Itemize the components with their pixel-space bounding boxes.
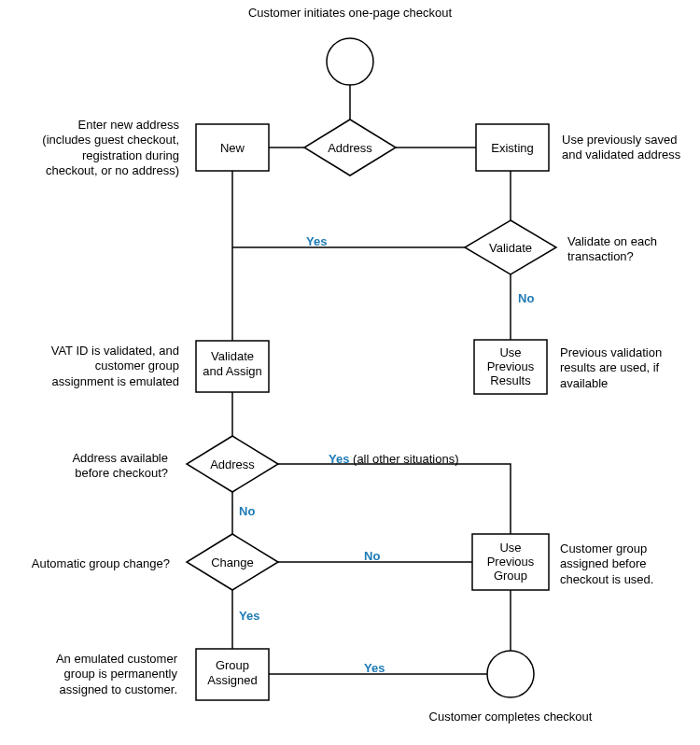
caption-change: Automatic group change? bbox=[21, 556, 170, 571]
validate-assign-box: Validate and Assign bbox=[196, 341, 269, 392]
group-assigned-box: Group Assigned bbox=[196, 649, 269, 700]
caption-ga: An emulated customergroup is permanently… bbox=[37, 652, 177, 697]
validate-label: Validate bbox=[489, 241, 532, 255]
start-node bbox=[327, 38, 373, 85]
ga-label-2: Assigned bbox=[207, 673, 257, 687]
edge-validate-no: No bbox=[518, 291, 534, 306]
address-decision-1: Address bbox=[304, 119, 396, 176]
caption-address2: Address availablebefore checkout? bbox=[37, 451, 168, 482]
caption-validate-assign: VAT ID is validated, andcustomer groupas… bbox=[21, 344, 179, 389]
ga-label-1: Group bbox=[216, 658, 249, 672]
upg-label-3: Group bbox=[494, 569, 527, 583]
validate-assign-label-2: and Assign bbox=[203, 364, 262, 378]
upr-label-2: Previous bbox=[487, 359, 535, 373]
upr-label-1: Use bbox=[499, 345, 521, 359]
edge-address2-yes-extra: (all other situations) bbox=[353, 452, 458, 466]
flowchart-canvas: Address New Existing Validate Validate a… bbox=[0, 0, 700, 745]
edge-change-no: No bbox=[364, 549, 380, 564]
diagram-title: Customer initiates one-page checkout bbox=[233, 6, 467, 21]
caption-new: Enter new address(includes guest checkou… bbox=[21, 118, 179, 178]
caption-validate: Validate on eachtransaction? bbox=[567, 234, 689, 265]
edge-validate-yes: Yes bbox=[306, 234, 327, 249]
validate-assign-label-1: Validate bbox=[211, 349, 254, 363]
caption-upr: Previous validationresults are used, ifa… bbox=[560, 345, 691, 391]
validate-decision: Validate bbox=[465, 220, 556, 274]
caption-end: Customer completes checkout bbox=[417, 710, 604, 724]
address-decision-2: Address bbox=[187, 436, 278, 492]
edge-address2-no: No bbox=[239, 504, 255, 519]
edge-group-assigned-yes: Yes bbox=[364, 661, 385, 676]
edge-address2-yes: Yes bbox=[329, 452, 349, 466]
caption-existing: Use previously savedand validated addres… bbox=[562, 133, 693, 163]
address2-label: Address bbox=[210, 457, 255, 471]
change-decision: Change bbox=[187, 534, 278, 590]
address1-label: Address bbox=[328, 141, 372, 155]
upg-label-1: Use bbox=[499, 541, 521, 555]
upg-label-2: Previous bbox=[487, 555, 535, 569]
use-prev-group-box: Use Previous Group bbox=[472, 534, 549, 590]
existing-box: Existing bbox=[476, 124, 549, 171]
edge-change-yes: Yes bbox=[239, 609, 259, 624]
new-box: New bbox=[196, 124, 269, 171]
upr-label-3: Results bbox=[490, 373, 531, 387]
existing-label: Existing bbox=[491, 141, 534, 155]
change-label: Change bbox=[211, 555, 254, 569]
use-prev-results-box: Use Previous Results bbox=[474, 340, 547, 394]
caption-upg: Customer groupassigned beforecheckout is… bbox=[560, 541, 691, 587]
new-label: New bbox=[220, 141, 245, 155]
end-node bbox=[487, 651, 534, 697]
